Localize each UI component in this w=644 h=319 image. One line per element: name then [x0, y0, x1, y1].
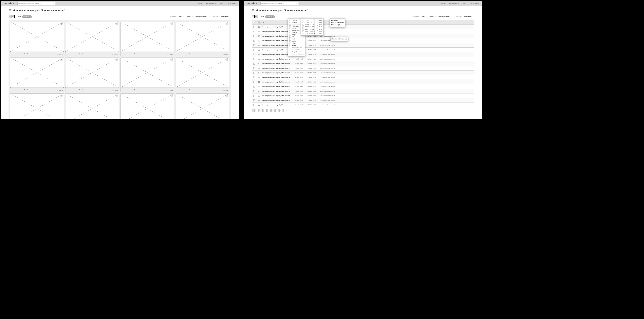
row-actions-button[interactable] [340, 44, 344, 46]
sort-option[interactable]: Date de publication [331, 22, 344, 24]
action-download-button[interactable] [345, 38, 348, 40]
nav-login[interactable]: Se connecter [470, 3, 479, 4]
result-card[interactable]: Le campement de Gergovia, lettre ouverte… [176, 58, 229, 92]
list-row[interactable]: Le campement de Gergovia, lettre ouverte… [252, 38, 474, 43]
list-row[interactable]: Le campement de Gergovia, lettre ouverte… [252, 52, 474, 57]
search-input[interactable] [260, 2, 295, 5]
filter-date-button[interactable]: Date de création [438, 16, 450, 18]
filter-licence-button[interactable]: Licence [186, 16, 193, 18]
filter-option[interactable]: CC-BY-SA 4.0 [302, 24, 316, 26]
sort-option[interactable]: Date de dépôt [331, 24, 344, 26]
result-card[interactable]: Le campement de Gergovia, lettre ouverte… [65, 94, 119, 119]
card-menu-button[interactable] [170, 95, 173, 97]
row-actions-button[interactable] [340, 58, 344, 60]
list-row[interactable]: Le campement de Gergovia, lettre ouverte… [252, 89, 474, 94]
row-actions-button[interactable] [340, 63, 344, 64]
row-checkbox[interactable] [254, 58, 255, 60]
filter-suggestion[interactable]: Sergio Pialarissi [289, 51, 304, 53]
row-checkbox[interactable] [254, 67, 255, 69]
row-checkbox[interactable] [254, 99, 255, 101]
active-filter-pill[interactable]: Données ✕ [265, 16, 275, 18]
search-button[interactable] [52, 2, 56, 5]
list-row[interactable]: Le campement de Gergovia, lettre ouverte… [252, 57, 474, 61]
filter-type-button[interactable]: Type [422, 16, 427, 18]
page-2[interactable]: 2 [256, 109, 258, 112]
filter-suggestion[interactable]: Eduardo Galeote [289, 47, 304, 49]
card-menu-button[interactable] [60, 59, 63, 61]
result-card[interactable]: Le campement de Gergovia, lettre ouverte… [10, 94, 64, 119]
filter-type-button[interactable]: Type [179, 16, 184, 18]
row-checkbox[interactable] [254, 86, 255, 88]
list-row[interactable]: Le campement de Gergovia, lettre ouverte… [252, 84, 474, 89]
filter-option[interactable]: 2019 [316, 20, 322, 22]
row-actions-button[interactable] [340, 31, 344, 32]
active-filter-pill[interactable]: Données ✕ [22, 16, 32, 18]
page-3[interactable]: 3 [260, 109, 262, 112]
card-menu-button[interactable] [170, 23, 173, 25]
row-checkbox[interactable] [254, 26, 255, 28]
sort-button[interactable]: Pertinence [221, 16, 230, 18]
row-actions-button[interactable] [340, 104, 344, 106]
page-next[interactable] [284, 109, 286, 112]
filter-suggestion[interactable]: Albert De la Fuente [289, 53, 304, 55]
row-actions-button[interactable] [340, 67, 344, 69]
result-card[interactable]: Le campement de Gergovia, lettre ouverte… [10, 58, 64, 92]
filter-option[interactable]: CC0 [302, 20, 316, 22]
row-checkbox[interactable] [254, 49, 255, 51]
card-menu-button[interactable] [226, 59, 228, 61]
row-actions-button[interactable] [340, 90, 344, 92]
nav-lang[interactable]: FR [220, 3, 223, 4]
card-menu-button[interactable] [116, 95, 118, 97]
filter-option[interactable]: Cours [289, 42, 304, 44]
sort-option[interactable]: Pertinence [331, 20, 344, 22]
view-list-button[interactable] [252, 15, 255, 18]
action-open-button[interactable] [341, 38, 344, 40]
row-actions-button[interactable] [340, 72, 344, 74]
row-actions-button[interactable] [340, 81, 344, 83]
filter-licence-button[interactable]: Licence [429, 16, 436, 18]
nav-docs[interactable]: Documentation [449, 3, 459, 4]
filter-option[interactable]: CC-BY-ND 4.0 [302, 26, 316, 28]
view-grid-button[interactable] [255, 15, 258, 18]
page-6[interactable]: 6 [272, 109, 274, 112]
page-5[interactable]: 5 [268, 109, 270, 112]
action-view-button[interactable] [331, 38, 334, 40]
result-card[interactable]: Le campement de Gergovia, lettre ouverte… [120, 58, 174, 92]
row-actions-button[interactable] [340, 54, 344, 55]
view-list-button[interactable] [8, 15, 12, 18]
page-1[interactable]: 1 [252, 109, 255, 112]
row-checkbox[interactable] [254, 35, 255, 37]
filter-option[interactable]: 2016 [316, 26, 322, 28]
filter-option[interactable]: Vidéo [289, 36, 304, 38]
list-row[interactable]: Le campement de Gergovia, lettre ouverte… [252, 80, 474, 84]
filter-option[interactable]: 2018 [316, 22, 322, 24]
list-row[interactable]: Le campement de Gergovia, lettre ouverte [252, 25, 474, 29]
brand-logo[interactable]: nakala [4, 2, 14, 5]
list-row[interactable]: Le campement de Gergovia, lettre ouverte… [252, 66, 474, 71]
brand-logo[interactable]: nakala [247, 2, 258, 5]
row-checkbox[interactable] [254, 95, 255, 97]
nav-login[interactable]: Se connecter [228, 3, 236, 4]
page-7[interactable]: 7 [276, 109, 278, 112]
list-row[interactable]: Le campement de Gergovia, lettre ouverte… [252, 75, 474, 80]
row-checkbox[interactable] [254, 44, 255, 46]
row-checkbox[interactable] [254, 63, 255, 65]
result-card[interactable]: Le campement de Gergovia, lettre ouverte… [176, 94, 229, 119]
filter-option[interactable]: Autres [289, 44, 304, 47]
filter-option[interactable]: Logiciel [289, 40, 304, 42]
list-row[interactable]: Le campement de Gergovia, lettre ouverte… [252, 61, 474, 66]
nav-forum[interactable]: Forum [198, 3, 202, 4]
row-actions-button[interactable] [340, 86, 344, 87]
list-row[interactable]: Le campement de Gergovia, lettre ouverte… [252, 71, 474, 75]
page-4[interactable]: 4 [264, 109, 266, 112]
filter-option[interactable]: 2017 [316, 24, 322, 26]
result-card[interactable]: Le campement de Gergovia, lettre ouverte… [10, 22, 64, 56]
select-all-checkbox[interactable] [253, 21, 256, 24]
filter-option[interactable]: 2013 [316, 32, 322, 35]
row-actions-button[interactable] [340, 99, 344, 101]
filter-option[interactable]: CC-BY-NC-SA 4.0 [302, 30, 316, 32]
result-card[interactable]: Le campement de Gergovia, lettre ouverte… [65, 22, 119, 56]
card-menu-button[interactable] [226, 23, 228, 25]
filter-suggestion[interactable]: Ana Blanco [289, 49, 304, 51]
nav-docs[interactable]: Documentation [206, 3, 216, 4]
